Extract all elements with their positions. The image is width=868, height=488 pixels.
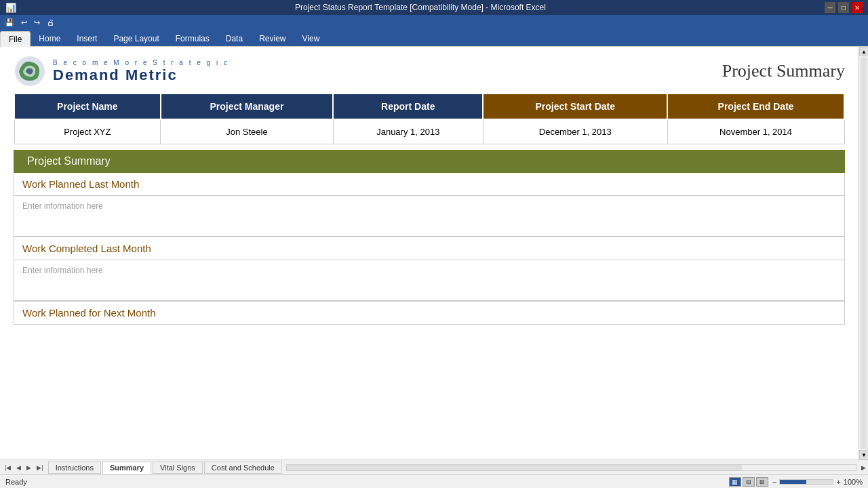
company-tagline: B e c o m e M o r e S t r a t e g i c xyxy=(53,59,229,66)
tab-formulas[interactable]: Formulas xyxy=(167,31,218,46)
section-work-planned-next: Work Planned for Next Month xyxy=(14,302,845,325)
tab-file[interactable]: File xyxy=(0,31,31,47)
col-header-start-date: Project Start Date xyxy=(483,94,667,119)
redo-icon[interactable]: ↪ xyxy=(32,17,42,28)
horizontal-scrollbar-thumb[interactable] xyxy=(287,465,742,470)
normal-view-button[interactable]: ▦ xyxy=(729,477,741,487)
sheet-navigation: |◀ ◀ ▶ ▶| xyxy=(0,464,48,472)
zoom-slider[interactable] xyxy=(779,479,833,485)
cell-project-name[interactable]: Project XYZ xyxy=(14,119,161,144)
work-planned-last-content[interactable]: Enter information here xyxy=(14,196,844,237)
sheet-tab-instructions[interactable]: Instructions xyxy=(48,462,101,474)
horizontal-scroll-area[interactable] xyxy=(283,464,859,471)
project-summary-header: Project Summary xyxy=(14,150,845,173)
minimize-button[interactable]: ─ xyxy=(825,2,835,13)
tab-data[interactable]: Data xyxy=(218,31,251,46)
logo-icon xyxy=(14,55,46,87)
tab-home[interactable]: Home xyxy=(31,31,68,46)
zoom-area: − + 100% xyxy=(772,478,863,486)
ribbon: File Home Insert Page Layout Formulas Da… xyxy=(0,30,868,47)
company-name: Demand Metric xyxy=(53,66,229,84)
work-planned-next-title: Work Planned for Next Month xyxy=(14,302,844,325)
scroll-thumb[interactable] xyxy=(861,58,867,449)
horizontal-scrollbar-track[interactable] xyxy=(286,464,856,471)
section-work-planned-last: Work Planned Last Month Enter informatio… xyxy=(14,173,845,237)
cell-start-date[interactable]: December 1, 2013 xyxy=(483,119,667,144)
status-text: Ready xyxy=(5,478,27,486)
title-bar-left: 📊 xyxy=(5,3,16,13)
tab-view[interactable]: View xyxy=(294,31,328,46)
first-sheet-button[interactable]: |◀ xyxy=(3,464,13,472)
next-sheet-button[interactable]: ▶ xyxy=(24,464,33,472)
vertical-scrollbar[interactable]: ▲ ▼ xyxy=(859,47,868,460)
col-header-end-date: Project End Date xyxy=(667,94,844,119)
sheet-tab-summary[interactable]: Summary xyxy=(102,462,151,474)
page-title: Project Summary xyxy=(722,61,845,81)
document-header: B e c o m e M o r e S t r a t e g i c De… xyxy=(0,47,859,93)
company-logo: B e c o m e M o r e S t r a t e g i c De… xyxy=(14,55,229,87)
close-button[interactable]: ✕ xyxy=(852,2,863,13)
cell-manager[interactable]: Jon Steele xyxy=(161,119,334,144)
quick-access-toolbar: 💾 ↩ ↪ 🖨 xyxy=(0,15,868,30)
col-header-report-date: Report Date xyxy=(333,94,483,119)
window-title: Project Status Report Template [Compatib… xyxy=(16,3,825,12)
scroll-right-button[interactable]: ▶ xyxy=(859,464,868,472)
print-preview-icon[interactable]: 🖨 xyxy=(45,17,56,28)
cell-end-date[interactable]: November 1, 2014 xyxy=(667,119,844,144)
sheet-tab-vital-signs[interactable]: Vital Signs xyxy=(153,462,203,474)
zoom-in-button[interactable]: + xyxy=(836,478,840,486)
tab-review[interactable]: Review xyxy=(251,31,294,46)
tab-insert[interactable]: Insert xyxy=(68,31,105,46)
save-icon[interactable]: 💾 xyxy=(3,17,16,28)
col-header-manager: Project Manager xyxy=(161,94,334,119)
title-bar: 📊 Project Status Report Template [Compat… xyxy=(0,0,868,15)
sheet-tab-bar: |◀ ◀ ▶ ▶| Instructions Summary Vital Sig… xyxy=(0,460,868,474)
scroll-up-button[interactable]: ▲ xyxy=(859,47,868,56)
last-sheet-button[interactable]: ▶| xyxy=(35,464,45,472)
spreadsheet-container: B e c o m e M o r e S t r a t e g i c De… xyxy=(0,47,859,460)
sheet-tab-cost-schedule[interactable]: Cost and Schedule xyxy=(204,462,282,474)
cell-report-date[interactable]: January 1, 2013 xyxy=(333,119,483,144)
project-summary-label: Project Summary xyxy=(27,155,111,167)
status-right: ▦ ⊟ ⊞ − + 100% xyxy=(729,477,863,487)
zoom-level: 100% xyxy=(844,478,863,486)
work-planned-last-placeholder: Enter information here xyxy=(22,201,103,211)
scroll-down-button[interactable]: ▼ xyxy=(859,450,868,460)
work-completed-last-placeholder: Enter information here xyxy=(22,266,103,275)
prev-sheet-button[interactable]: ◀ xyxy=(14,464,23,472)
zoom-out-button[interactable]: − xyxy=(772,478,776,486)
window-controls: ─ □ ✕ xyxy=(825,2,863,13)
zoom-fill xyxy=(780,480,806,484)
work-completed-last-content[interactable]: Enter information here xyxy=(14,260,844,301)
status-bar: Ready ▦ ⊟ ⊞ − + 100% xyxy=(0,474,868,488)
work-planned-last-title: Work Planned Last Month xyxy=(14,173,844,196)
page-layout-view-button[interactable]: ⊟ xyxy=(743,477,755,487)
work-completed-last-title: Work Completed Last Month xyxy=(14,237,844,260)
view-buttons: ▦ ⊟ ⊞ xyxy=(729,477,768,487)
section-work-completed-last: Work Completed Last Month Enter informat… xyxy=(14,237,845,302)
logo-text: B e c o m e M o r e S t r a t e g i c De… xyxy=(53,59,229,84)
main-area: B e c o m e M o r e S t r a t e g i c De… xyxy=(0,47,868,460)
maximize-button[interactable]: □ xyxy=(838,2,849,13)
content-area: B e c o m e M o r e S t r a t e g i c De… xyxy=(0,47,859,460)
ribbon-tabs: File Home Insert Page Layout Formulas Da… xyxy=(0,30,868,46)
table-row: Project XYZ Jon Steele January 1, 2013 D… xyxy=(14,119,844,144)
app-icon: 📊 xyxy=(5,3,16,13)
tab-page-layout[interactable]: Page Layout xyxy=(105,31,167,46)
page-break-view-button[interactable]: ⊞ xyxy=(756,477,768,487)
undo-icon[interactable]: ↩ xyxy=(19,17,29,28)
col-header-project-name: Project Name xyxy=(14,94,161,119)
project-info-table: Project Name Project Manager Report Date… xyxy=(14,93,845,144)
